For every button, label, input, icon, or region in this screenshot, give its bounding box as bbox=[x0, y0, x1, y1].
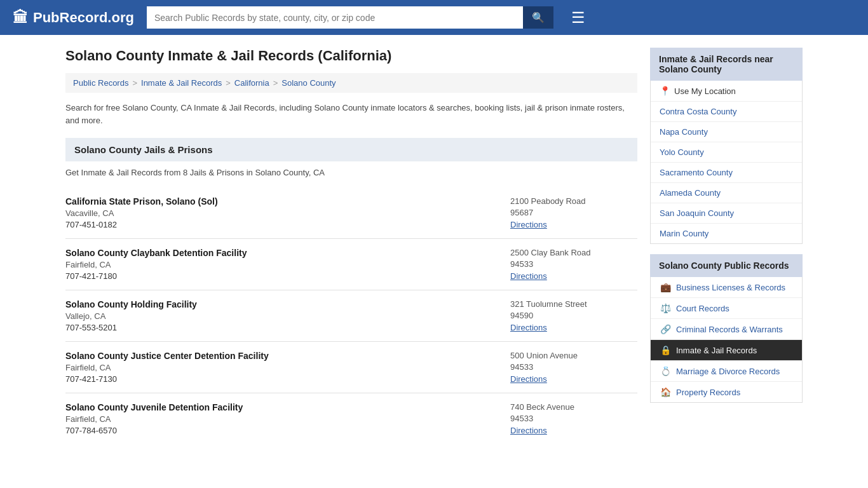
record-icon-1: ⚖️ bbox=[660, 303, 671, 313]
use-location-item[interactable]: 📍 Use My Location bbox=[651, 81, 802, 102]
record-type-5[interactable]: 🏠Property Records bbox=[651, 382, 802, 402]
facility-right-4: 740 Beck Avenue 94533 Directions bbox=[510, 402, 637, 435]
record-type-2[interactable]: 🔗Criminal Records & Warrants bbox=[651, 319, 802, 340]
nearby-county-6[interactable]: Marin County bbox=[651, 224, 802, 243]
section-description: Get Inmate & Jail Records from 8 Jails &… bbox=[65, 168, 637, 177]
menu-icon[interactable]: ☰ bbox=[571, 9, 585, 27]
facility-phone-0: 707-451-0182 bbox=[65, 220, 218, 229]
nearby-county-3[interactable]: Sacramento County bbox=[651, 163, 802, 183]
breadcrumb-california[interactable]: California bbox=[234, 78, 269, 88]
record-icon-2: 🔗 bbox=[660, 324, 671, 334]
facility-name-0: California State Prison, Solano (Sol) bbox=[65, 196, 218, 207]
facility-zip-0: 95687 bbox=[510, 208, 637, 217]
facility-zip-1: 94533 bbox=[510, 259, 637, 269]
nearby-list: 📍 Use My Location Contra Costa CountyNap… bbox=[650, 81, 803, 244]
search-button[interactable]: 🔍 bbox=[523, 6, 553, 29]
logo[interactable]: 🏛 PubRecord.org bbox=[13, 9, 134, 27]
record-icon-4: 💍 bbox=[660, 366, 671, 376]
breadcrumb: Public Records > Inmate & Jail Records >… bbox=[65, 73, 637, 93]
facility-name-2: Solano County Holding Facility bbox=[65, 299, 197, 309]
facility-right-0: 2100 Peabody Road 95687 Directions bbox=[510, 196, 637, 229]
use-location-label: Use My Location bbox=[674, 86, 736, 96]
page-description: Search for free Solano County, CA Inmate… bbox=[65, 102, 637, 126]
directions-link-2[interactable]: Directions bbox=[510, 323, 547, 332]
record-label-2: Criminal Records & Warrants bbox=[676, 325, 783, 334]
record-icon-5: 🏠 bbox=[660, 387, 671, 397]
facility-address-4: 740 Beck Avenue bbox=[510, 402, 637, 412]
facility-city-1: Fairfield, CA bbox=[65, 260, 247, 269]
nearby-section-header: Inmate & Jail Records near Solano County bbox=[650, 48, 803, 81]
facility-city-3: Fairfield, CA bbox=[65, 363, 269, 372]
facility-city-2: Vallejo, CA bbox=[65, 311, 197, 321]
page-title: Solano County Inmate & Jail Records (Cal… bbox=[65, 48, 637, 64]
logo-icon: 🏛 bbox=[13, 9, 28, 27]
breadcrumb-public-records[interactable]: Public Records bbox=[73, 78, 128, 88]
facility-left-4: Solano County Juvenile Detention Facilit… bbox=[65, 402, 243, 435]
breadcrumb-inmate-records[interactable]: Inmate & Jail Records bbox=[141, 78, 222, 88]
nearby-county-0[interactable]: Contra Costa County bbox=[651, 102, 802, 122]
record-icon-3: 🔒 bbox=[660, 345, 671, 355]
facility-city-4: Fairfield, CA bbox=[65, 414, 243, 424]
breadcrumb-sep-2: > bbox=[226, 78, 231, 88]
facility-left-3: Solano County Justice Center Detention F… bbox=[65, 351, 269, 384]
record-label-5: Property Records bbox=[676, 388, 740, 397]
record-label-3: Inmate & Jail Records bbox=[676, 346, 757, 355]
record-icon-0: 💼 bbox=[660, 282, 671, 292]
main-container: Solano County Inmate & Jail Records (Cal… bbox=[53, 35, 815, 457]
facility-city-0: Vacaville, CA bbox=[65, 208, 218, 218]
facility-zip-3: 94533 bbox=[510, 362, 637, 372]
facility-right-1: 2500 Clay Bank Road 94533 Directions bbox=[510, 248, 637, 281]
facility-name-4: Solano County Juvenile Detention Facilit… bbox=[65, 402, 243, 412]
facility-address-3: 500 Union Avenue bbox=[510, 351, 637, 360]
section-header: Solano County Jails & Prisons bbox=[65, 138, 637, 161]
facility-zip-2: 94590 bbox=[510, 311, 637, 320]
facility-item: Solano County Holding Facility Vallejo, … bbox=[65, 290, 637, 342]
search-icon: 🔍 bbox=[532, 12, 545, 23]
nearby-county-5[interactable]: San Joaquin County bbox=[651, 203, 802, 224]
facility-phone-2: 707-553-5201 bbox=[65, 323, 197, 332]
nearby-county-2[interactable]: Yolo County bbox=[651, 142, 802, 163]
directions-link-0[interactable]: Directions bbox=[510, 220, 547, 229]
facility-left-0: California State Prison, Solano (Sol) Va… bbox=[65, 196, 218, 229]
record-label-1: Court Records bbox=[676, 304, 729, 313]
facility-zip-4: 94533 bbox=[510, 414, 637, 423]
facility-item: Solano County Juvenile Detention Facilit… bbox=[65, 393, 637, 444]
directions-link-4[interactable]: Directions bbox=[510, 426, 547, 435]
logo-text: PubRecord.org bbox=[33, 10, 134, 26]
facility-right-3: 500 Union Avenue 94533 Directions bbox=[510, 351, 637, 384]
facility-address-1: 2500 Clay Bank Road bbox=[510, 248, 637, 257]
facility-left-2: Solano County Holding Facility Vallejo, … bbox=[65, 299, 197, 332]
record-type-0[interactable]: 💼Business Licenses & Records bbox=[651, 277, 802, 298]
content-area: Solano County Inmate & Jail Records (Cal… bbox=[65, 48, 637, 444]
public-records-section-header: Solano County Public Records bbox=[650, 254, 803, 277]
facility-name-1: Solano County Claybank Detention Facilit… bbox=[65, 248, 247, 258]
nearby-county-1[interactable]: Napa County bbox=[651, 122, 802, 142]
facility-item: Solano County Justice Center Detention F… bbox=[65, 342, 637, 393]
record-type-3[interactable]: 🔒Inmate & Jail Records bbox=[651, 340, 802, 361]
sidebar: Inmate & Jail Records near Solano County… bbox=[650, 48, 803, 444]
directions-link-3[interactable]: Directions bbox=[510, 374, 547, 384]
records-type-list: 💼Business Licenses & Records⚖️Court Reco… bbox=[650, 277, 803, 403]
facility-name-3: Solano County Justice Center Detention F… bbox=[65, 351, 269, 361]
facility-item: California State Prison, Solano (Sol) Va… bbox=[65, 187, 637, 239]
directions-link-1[interactable]: Directions bbox=[510, 271, 547, 281]
facility-list: California State Prison, Solano (Sol) Va… bbox=[65, 187, 637, 444]
facility-phone-4: 707-784-6570 bbox=[65, 426, 243, 435]
search-input[interactable] bbox=[147, 6, 523, 29]
record-type-1[interactable]: ⚖️Court Records bbox=[651, 298, 802, 319]
search-bar: 🔍 bbox=[147, 6, 553, 29]
facility-left-1: Solano County Claybank Detention Facilit… bbox=[65, 248, 247, 281]
facility-right-2: 321 Tuolumne Street 94590 Directions bbox=[510, 299, 637, 332]
facility-phone-3: 707-421-7130 bbox=[65, 374, 269, 384]
facility-item: Solano County Claybank Detention Facilit… bbox=[65, 239, 637, 290]
location-pin-icon: 📍 bbox=[660, 86, 670, 96]
record-label-4: Marriage & Divorce Records bbox=[676, 367, 780, 376]
breadcrumb-sep-1: > bbox=[132, 78, 137, 88]
nearby-county-4[interactable]: Alameda County bbox=[651, 183, 802, 203]
record-label-0: Business Licenses & Records bbox=[676, 283, 785, 292]
facility-address-2: 321 Tuolumne Street bbox=[510, 299, 637, 309]
site-header: 🏛 PubRecord.org 🔍 ☰ bbox=[0, 0, 868, 35]
breadcrumb-solano-county[interactable]: Solano County bbox=[281, 78, 336, 88]
breadcrumb-sep-3: > bbox=[273, 78, 278, 88]
record-type-4[interactable]: 💍Marriage & Divorce Records bbox=[651, 361, 802, 382]
